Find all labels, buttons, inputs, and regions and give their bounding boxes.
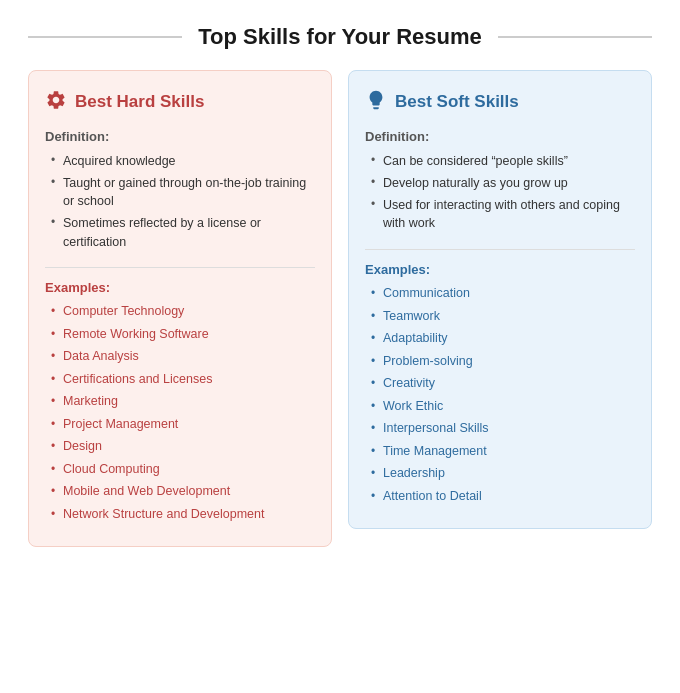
list-item: Can be considered “people skills” <box>369 150 635 172</box>
bulb-icon <box>365 89 387 115</box>
list-item: Certifications and Licenses <box>49 368 315 391</box>
list-item: Adaptability <box>369 328 635 351</box>
hard-skills-title: Best Hard Skills <box>75 92 204 112</box>
hard-examples-label: Examples: <box>45 280 315 295</box>
gear-icon <box>45 89 67 115</box>
hard-divider <box>45 267 315 268</box>
list-item: Leadership <box>369 463 635 486</box>
list-item: Communication <box>369 283 635 306</box>
list-item: Mobile and Web Development <box>49 481 315 504</box>
list-item: Computer Technology <box>49 301 315 324</box>
list-item: Problem-solving <box>369 350 635 373</box>
hard-skills-header: Best Hard Skills <box>45 89 315 115</box>
soft-skills-title: Best Soft Skills <box>395 92 519 112</box>
list-item: Remote Working Software <box>49 323 315 346</box>
page-title: Top Skills for Your Resume <box>182 24 498 50</box>
list-item: Design <box>49 436 315 459</box>
list-item: Used for interacting with others and cop… <box>369 194 635 234</box>
list-item: Interpersonal Skills <box>369 418 635 441</box>
list-item: Sometimes reflected by a license or cert… <box>49 212 315 252</box>
hard-skills-column: Best Hard Skills Definition: Acquired kn… <box>28 70 332 547</box>
list-item: Creativity <box>369 373 635 396</box>
soft-definition-list: Can be considered “people skills” Develo… <box>369 150 635 235</box>
title-line-left <box>28 36 182 38</box>
soft-skills-column: Best Soft Skills Definition: Can be cons… <box>348 70 652 529</box>
list-item: Taught or gained through on-the-job trai… <box>49 172 315 212</box>
columns-container: Best Hard Skills Definition: Acquired kn… <box>28 70 652 547</box>
list-item: Data Analysis <box>49 346 315 369</box>
list-item: Time Management <box>369 440 635 463</box>
list-item: Acquired knowledge <box>49 150 315 172</box>
hard-definition-list: Acquired knowledge Taught or gained thro… <box>49 150 315 253</box>
title-line-right <box>498 36 652 38</box>
hard-def-label: Definition: <box>45 129 315 144</box>
page-container: Top Skills for Your Resume Best Hard Ski… <box>0 0 680 693</box>
hard-examples-list: Computer Technology Remote Working Softw… <box>49 301 315 526</box>
soft-def-label: Definition: <box>365 129 635 144</box>
list-item: Attention to Detail <box>369 485 635 508</box>
list-item: Teamwork <box>369 305 635 328</box>
list-item: Project Management <box>49 413 315 436</box>
soft-skills-header: Best Soft Skills <box>365 89 635 115</box>
list-item: Marketing <box>49 391 315 414</box>
soft-examples-list: Communication Teamwork Adaptability Prob… <box>369 283 635 508</box>
list-item: Develop naturally as you grow up <box>369 172 635 194</box>
list-item: Network Structure and Development <box>49 503 315 526</box>
soft-examples-label: Examples: <box>365 262 635 277</box>
title-section: Top Skills for Your Resume <box>28 24 652 50</box>
list-item: Work Ethic <box>369 395 635 418</box>
list-item: Cloud Computing <box>49 458 315 481</box>
soft-divider <box>365 249 635 250</box>
